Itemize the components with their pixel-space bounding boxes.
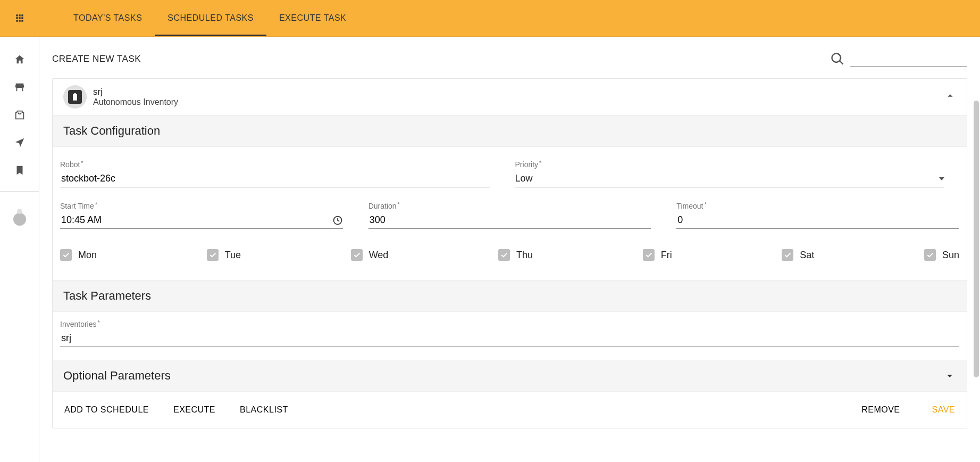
checkbox-sat[interactable] bbox=[782, 249, 793, 261]
scrollbar[interactable] bbox=[974, 101, 979, 377]
navigation-icon bbox=[14, 137, 26, 148]
section-task-parameters: Task Parameters bbox=[53, 280, 967, 312]
robot-label: Robot bbox=[60, 160, 82, 169]
check-icon bbox=[208, 251, 217, 259]
collapse-button[interactable] bbox=[944, 90, 956, 104]
execute-button[interactable]: EXECUTE bbox=[170, 405, 219, 415]
checkbox-fri[interactable] bbox=[643, 249, 655, 261]
panel-header[interactable]: srj Autonomous Inventory bbox=[53, 79, 967, 115]
task-name: srj bbox=[93, 87, 178, 97]
sidebar-home[interactable] bbox=[7, 47, 32, 72]
tab-todays-tasks[interactable]: TODAY'S TASKS bbox=[61, 0, 155, 36]
top-bar: TODAY'S TASKS SCHEDULED TASKS EXECUTE TA… bbox=[0, 0, 980, 37]
task-subtitle: Autonomous Inventory bbox=[93, 97, 178, 107]
priority-value: Low bbox=[515, 173, 940, 184]
chevron-up-icon bbox=[944, 90, 956, 102]
home-icon bbox=[14, 54, 26, 65]
clipboard-icon bbox=[71, 93, 79, 101]
remove-button[interactable]: REMOVE bbox=[858, 405, 903, 415]
clock-icon[interactable] bbox=[332, 215, 343, 226]
checkbox-mon[interactable] bbox=[60, 249, 72, 261]
sidebar-divider bbox=[0, 191, 39, 192]
checkbox-thu[interactable] bbox=[498, 249, 510, 261]
section-task-configuration: Task Configuration bbox=[53, 115, 967, 147]
priority-select[interactable]: Low bbox=[515, 170, 945, 187]
search-input[interactable] bbox=[850, 52, 967, 67]
add-to-schedule-button[interactable]: ADD TO SCHEDULE bbox=[61, 405, 152, 415]
main-content: CREATE NEW TASK srj Autonomous Inventor bbox=[39, 37, 980, 462]
sidebar-navigate[interactable] bbox=[7, 130, 32, 155]
section-optional-parameters[interactable]: Optional Parameters bbox=[53, 360, 967, 392]
day-tue-label: Tue bbox=[225, 250, 241, 261]
check-icon bbox=[500, 251, 508, 259]
section-title: Task Parameters bbox=[63, 289, 151, 303]
task-panel: srj Autonomous Inventory Task Configurat… bbox=[52, 78, 967, 428]
day-thu-label: Thu bbox=[516, 250, 533, 261]
search bbox=[830, 52, 967, 67]
page-title: CREATE NEW TASK bbox=[52, 54, 141, 64]
check-icon bbox=[62, 251, 70, 259]
tab-scheduled-tasks[interactable]: SCHEDULED TASKS bbox=[155, 0, 266, 36]
start-time-input[interactable] bbox=[60, 214, 332, 226]
checkbox-tue[interactable] bbox=[207, 249, 219, 261]
check-icon bbox=[353, 251, 361, 259]
duration-label: Duration bbox=[368, 202, 399, 210]
sidebar-store[interactable] bbox=[7, 75, 32, 100]
check-icon bbox=[926, 251, 934, 259]
section-title: Task Configuration bbox=[63, 124, 160, 138]
inventories-input[interactable] bbox=[60, 332, 959, 344]
inventories-label: Inventories bbox=[60, 320, 99, 328]
blacklist-button[interactable]: BLACKLIST bbox=[237, 405, 291, 415]
timeout-label: Timeout bbox=[676, 202, 705, 210]
check-icon bbox=[644, 251, 653, 259]
apps-menu-button[interactable] bbox=[0, 13, 39, 23]
tab-execute-task[interactable]: EXECUTE TASK bbox=[266, 0, 359, 36]
priority-label: Priority bbox=[515, 160, 541, 169]
sidebar bbox=[0, 37, 39, 462]
dropdown-caret-icon bbox=[939, 177, 944, 180]
timeout-input[interactable] bbox=[676, 214, 959, 226]
sidebar-shopping[interactable] bbox=[7, 103, 32, 127]
chevron-down-icon bbox=[943, 369, 956, 382]
start-time-label: Start Time bbox=[60, 202, 96, 210]
actions-bar: ADD TO SCHEDULE EXECUTE BLACKLIST REMOVE… bbox=[53, 392, 967, 428]
day-fri-label: Fri bbox=[661, 250, 672, 261]
sidebar-bookmark[interactable] bbox=[7, 158, 32, 183]
duration-input[interactable] bbox=[368, 214, 651, 226]
check-icon bbox=[783, 251, 792, 259]
day-sat-label: Sat bbox=[800, 250, 814, 261]
checkbox-sun[interactable] bbox=[924, 249, 936, 261]
store-icon bbox=[14, 81, 26, 93]
day-wed-label: Wed bbox=[369, 250, 389, 261]
save-button[interactable]: SAVE bbox=[929, 405, 959, 415]
apps-grid-icon bbox=[14, 13, 25, 23]
user-avatar[interactable] bbox=[13, 213, 26, 226]
day-mon-label: Mon bbox=[78, 250, 97, 261]
shopping-bag-icon bbox=[14, 109, 26, 121]
day-sun-label: Sun bbox=[942, 250, 959, 261]
search-icon[interactable] bbox=[830, 52, 845, 67]
robot-input[interactable] bbox=[60, 172, 490, 185]
days-row: Mon Tue Wed Thu Fri Sat Sun bbox=[58, 237, 961, 267]
task-avatar bbox=[63, 85, 87, 109]
main-tabs: TODAY'S TASKS SCHEDULED TASKS EXECUTE TA… bbox=[39, 0, 359, 36]
section-title: Optional Parameters bbox=[63, 369, 171, 383]
page-header: CREATE NEW TASK bbox=[52, 37, 967, 78]
bookmark-icon bbox=[14, 164, 26, 176]
checkbox-wed[interactable] bbox=[351, 249, 363, 261]
